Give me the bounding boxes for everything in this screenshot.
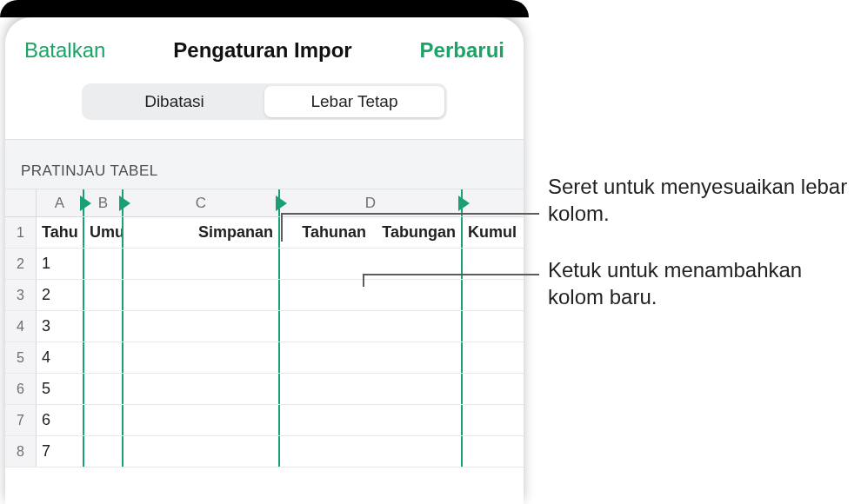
cell: Umu (84, 217, 123, 248)
table-preview: A B C D 1 (5, 189, 524, 502)
cell: 7 (37, 436, 84, 467)
cell (280, 249, 463, 279)
row-number: 7 (5, 405, 37, 435)
cell (463, 249, 524, 279)
cell: 5 (37, 374, 84, 404)
cell: Tahu (37, 217, 84, 248)
cell (84, 249, 123, 279)
cell: 1 (37, 249, 84, 279)
table-row: 8 7 (5, 436, 524, 468)
cell: 3 (37, 311, 84, 342)
column-separator-handle[interactable] (458, 196, 470, 211)
column-header-D[interactable]: D (280, 189, 463, 216)
row-number: 6 (5, 374, 37, 404)
cell: Simpanan (123, 217, 280, 248)
column-header-row: A B C D (5, 189, 524, 217)
update-button[interactable]: Perbarui (420, 38, 504, 63)
table-row: 2 1 (5, 249, 524, 280)
row-number: 8 (5, 436, 37, 467)
row-number: 2 (5, 249, 37, 279)
segment-delimited[interactable]: Dibatasi (84, 86, 264, 117)
cell: 2 (37, 280, 84, 310)
table-row: 3 2 (5, 280, 524, 311)
row-number: 3 (5, 280, 37, 310)
data-rows: 1 Tahu Umu Simpanan Tahunan Tabungan Kum… (5, 217, 524, 468)
column-separator-handle[interactable] (80, 196, 91, 211)
cell: 4 (37, 342, 84, 373)
column-header-E[interactable] (463, 189, 524, 216)
cell (123, 249, 280, 279)
column-header-C[interactable]: C (123, 189, 280, 216)
table-row: 5 4 (5, 342, 524, 374)
row-number: 5 (5, 342, 37, 373)
sheet-title: Pengaturan Impor (173, 38, 351, 63)
mode-segmented-control[interactable]: Dibatasi Lebar Tetap (82, 83, 447, 120)
table-row: 7 6 (5, 405, 524, 436)
column-separator-handle[interactable] (276, 196, 287, 211)
table-row: 1 Tahu Umu Simpanan Tahunan Tabungan Kum… (5, 217, 524, 249)
row-number: 1 (5, 217, 37, 248)
callout-drag: Seret untuk menyesuaikan lebar kolom. (548, 174, 852, 227)
column-header-A[interactable]: A (37, 189, 84, 216)
section-label-preview: PRATINJAU TABEL (5, 139, 524, 189)
row-number: 4 (5, 311, 37, 342)
table-row: 4 3 (5, 311, 524, 342)
cancel-button[interactable]: Batalkan (24, 38, 105, 63)
cell: Tahunan Tabungan (280, 217, 463, 248)
segment-fixed-width[interactable]: Lebar Tetap (264, 86, 444, 117)
import-settings-sheet: Batalkan Pengaturan Impor Perbarui Dibat… (5, 17, 524, 504)
sheet-header: Batalkan Pengaturan Impor Perbarui (5, 17, 524, 78)
table-row: 6 5 (5, 374, 524, 405)
cell: 6 (37, 405, 84, 435)
cell: Kumul (463, 217, 524, 248)
column-separator-handle[interactable] (119, 196, 130, 211)
callout-tap: Ketuk untuk menambahkan kolom baru. (548, 257, 861, 310)
